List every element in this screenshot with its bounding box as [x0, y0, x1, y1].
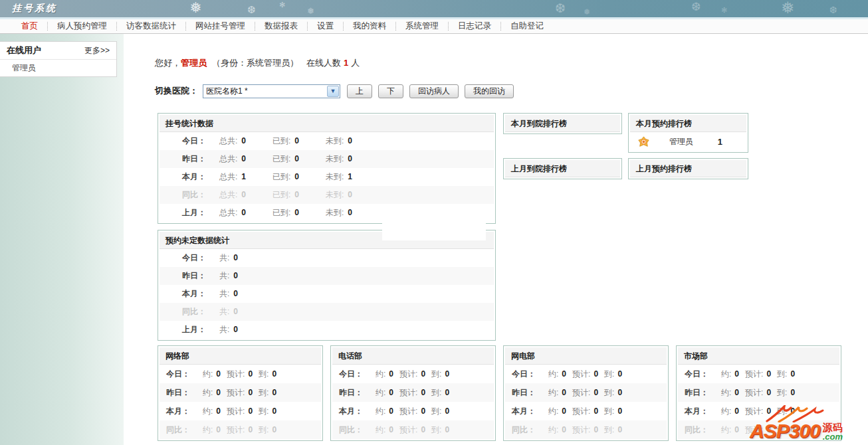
- stat-key: 已到:: [272, 154, 290, 163]
- pending-stats-panel: 预约未定数据统计 今日： 共:0 昨日： 共:0 本月： 共:0: [158, 230, 496, 341]
- stat-key: 到:: [604, 425, 614, 434]
- nav-item[interactable]: 我的资料: [344, 22, 396, 31]
- nav-item[interactable]: 日志记录: [449, 22, 501, 31]
- stat-value: 0: [421, 388, 425, 397]
- stat-value: 0: [248, 388, 253, 397]
- stat-key: 约:: [548, 406, 558, 416]
- stat-value: 0: [389, 369, 393, 379]
- hospital-switch-row: 切换医院： 医院名称1 * ▼ 上 下 回访病人 我的回访: [155, 84, 520, 98]
- stat-value: 0: [734, 369, 739, 379]
- stat-row: 今日： 约:0 预计:0 到:0: [678, 365, 839, 383]
- stat-value: 0: [233, 307, 238, 316]
- greeting-line: 您好，管理员（身份：系统管理员）在线人数1人: [155, 57, 360, 69]
- panel-body: 今日： 约:0 预计:0 到:0 昨日： 约:0 预计:0 到:0 本月： 约:…: [505, 365, 667, 439]
- stat-key: 约:: [376, 388, 385, 397]
- stat-row: 今日： 约:0 预计:0 到:0: [160, 365, 321, 383]
- panel-title: 网络部: [160, 347, 321, 365]
- stat-key: 共:: [219, 307, 229, 316]
- row-label: 昨日：: [339, 383, 370, 402]
- chevron-down-icon[interactable]: ▼: [327, 86, 339, 97]
- stat-key: 到:: [431, 369, 441, 379]
- row-label: 今日：: [182, 132, 219, 150]
- stat-key: 约:: [548, 369, 558, 379]
- stat-key: 已到:: [272, 208, 290, 217]
- dept-panel-network: 网络部 今日： 约:0 预计:0 到:0 昨日： 约:0 预计:0 到:0: [158, 345, 323, 441]
- row-label: 上月：: [182, 321, 219, 339]
- stat-row: 同比： 共:0: [160, 303, 494, 321]
- medal-icon: [638, 136, 649, 147]
- stat-key: 未到:: [326, 190, 344, 199]
- app-header: 挂号系统 ❅ ❆ ✻ ❅ ❆ ❅ ❆ ✻ ❅ ❆: [0, 0, 868, 17]
- panel-body: 今日： 约:0 预计:0 到:0 昨日： 约:0 预计:0 到:0 本月： 约:…: [332, 365, 494, 439]
- nav-item[interactable]: 首页: [12, 22, 48, 31]
- stat-key: 约:: [376, 406, 385, 416]
- stat-key: 预计:: [572, 406, 590, 416]
- panel-title: 市场部: [678, 347, 839, 365]
- nav-item[interactable]: 自助登记: [501, 22, 553, 31]
- stat-key: 到:: [431, 388, 441, 397]
- stat-value: 0: [248, 406, 253, 416]
- stat-row: 本月： 约:0 预计:0 到:0: [505, 402, 667, 420]
- toolbar-button[interactable]: 上: [347, 84, 372, 98]
- stat-value: 0: [389, 388, 393, 397]
- stat-key: 共:: [219, 253, 229, 262]
- stat-value: 0: [445, 369, 449, 379]
- stat-value: 0: [734, 425, 739, 434]
- online-count-label: 在线人数: [306, 58, 341, 68]
- main-nav: 首页 病人预约管理 访客数据统计 网站挂号管理 数据报表 设置 我的资料 系统管…: [0, 19, 868, 34]
- stat-value: 0: [790, 388, 795, 397]
- nav-item[interactable]: 系统管理: [396, 22, 449, 31]
- more-link[interactable]: 更多>>: [84, 42, 110, 59]
- stat-value: 0: [562, 388, 566, 397]
- stat-key: 已到:: [272, 190, 290, 199]
- snowflake-icon: ✻: [279, 1, 285, 9]
- online-user-item[interactable]: 管理员: [0, 60, 116, 76]
- stat-key: 约:: [376, 369, 385, 379]
- stat-value: 0: [790, 369, 795, 379]
- nav-item[interactable]: 访客数据统计: [117, 22, 186, 31]
- logo-brand-text: ASP300: [750, 421, 820, 441]
- stat-row: 同比： 约:0 预计:0 到:0: [332, 420, 494, 439]
- stat-key: 到:: [431, 406, 441, 416]
- nav-item[interactable]: 网站挂号管理: [186, 22, 255, 31]
- panel-body: 今日： 总共:0 已到:0 未到:0 昨日： 总共:0 已到:0 未到:0 本月…: [160, 132, 494, 222]
- row-label: 昨日：: [182, 267, 219, 285]
- app-title: 挂号系统: [12, 3, 57, 15]
- stat-value: 0: [294, 154, 299, 163]
- hospital-select[interactable]: 医院名称1 * ▼: [203, 84, 340, 98]
- nav-item[interactable]: 设置: [308, 22, 344, 31]
- snowflake-icon: ❆: [555, 2, 566, 15]
- stat-key: 未到:: [326, 154, 344, 163]
- stat-value: 0: [233, 271, 238, 280]
- stat-row: 昨日： 共:0: [160, 267, 494, 285]
- toolbar-button[interactable]: 回访病人: [409, 84, 459, 98]
- online-users-panel: 在线用户 更多>> 管理员: [0, 41, 117, 77]
- white-overlay-patch: [382, 213, 486, 240]
- row-label: 昨日：: [166, 383, 197, 402]
- stat-value: 0: [272, 406, 276, 416]
- stat-key: 到:: [259, 425, 269, 434]
- stat-key: 总共:: [219, 172, 237, 181]
- nav-item[interactable]: 病人预约管理: [48, 22, 117, 31]
- stat-value: 0: [562, 425, 566, 434]
- stat-key: 预计:: [399, 406, 417, 416]
- row-label: 同比：: [182, 186, 219, 204]
- stat-key: 预计:: [572, 425, 590, 434]
- stat-key: 到:: [604, 406, 614, 416]
- stat-value: 0: [617, 406, 622, 416]
- nav-item[interactable]: 数据报表: [255, 22, 308, 31]
- stat-value: 0: [562, 369, 566, 379]
- panel-title: 电话部: [332, 347, 494, 365]
- toolbar-button[interactable]: 我的回访: [465, 84, 514, 98]
- rank-row: 管理员 1: [630, 132, 746, 151]
- snowflake-icon: ❆: [247, 5, 256, 15]
- toolbar-button[interactable]: 下: [378, 84, 403, 98]
- rank-last-book-panel: 上月预约排行榜: [628, 158, 748, 179]
- stat-value: 0: [241, 136, 246, 145]
- snowflake-icon: ❆: [829, 5, 837, 15]
- hospital-buttons: 上 下 回访病人 我的回访: [347, 84, 520, 98]
- stat-value: 0: [594, 406, 598, 416]
- stat-key: 未到:: [326, 208, 344, 217]
- stat-value: 1: [348, 172, 352, 181]
- row-label: 昨日：: [685, 383, 715, 402]
